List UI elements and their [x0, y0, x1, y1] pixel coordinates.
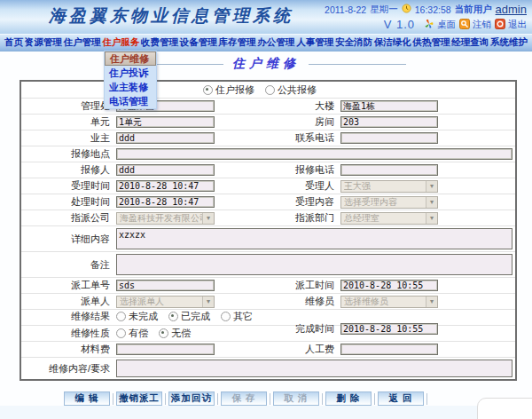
assigned-company-select[interactable]: 海盈科技开发有限公司 ▾ — [116, 212, 215, 225]
chevron-down-icon: ▾ — [426, 296, 437, 307]
button-divider — [165, 393, 166, 405]
submenu-item-resident-complaint[interactable]: 住户投诉 — [105, 66, 156, 80]
menu-item-office[interactable]: 办公管理 — [257, 36, 294, 49]
accept-content-label: 受理内容 — [216, 195, 340, 209]
assigned-department-select[interactable]: 总经理室 ▾ — [340, 212, 438, 225]
app-window: 海盈翼东物业信息管理系统 2011-8-22 星期一 16:32:58 当前用户… — [0, 0, 532, 419]
acceptor-select-value: 王大强 — [344, 180, 371, 193]
cancel-button[interactable]: 取 消 — [273, 391, 319, 406]
submenu-item-resident-repair[interactable]: 住户维修 — [105, 51, 156, 66]
remarks-label: 备注 — [21, 258, 116, 272]
acceptor-select[interactable]: 王大强 ▾ — [340, 180, 438, 193]
button-divider — [322, 393, 323, 405]
menu-item-resources[interactable]: 资源管理 — [25, 36, 62, 49]
process-time-input[interactable] — [116, 196, 215, 208]
dispatch-time-input[interactable] — [340, 280, 438, 291]
repairman-select[interactable]: 选择维修员 ▾ — [340, 296, 438, 308]
menu-item-safety[interactable]: 安全消防 — [335, 36, 372, 49]
menu-item-equipment[interactable]: 设备管理 — [180, 36, 217, 49]
radio-finished[interactable] — [168, 312, 178, 321]
menu-item-residents[interactable]: 住户管理 — [64, 36, 101, 49]
unit-input[interactable] — [116, 116, 215, 128]
header-status-line: 2011-8-22 星期一 16:32:58 当前用户 admin — [325, 2, 527, 17]
back-button[interactable]: 返 回 — [378, 391, 424, 406]
exit-icon — [495, 19, 505, 31]
save-button[interactable]: 保 存 — [221, 391, 267, 406]
radio-resident-repair[interactable] — [203, 85, 213, 95]
form-row: 详细内容 xzxzx — [21, 225, 515, 251]
form-row: 维修性质 有偿 无偿 — [21, 325, 515, 341]
content-area: 住户维修 住户报修 公共报修 管理处 大楼 单元 — [0, 51, 532, 406]
radio-not-finished[interactable] — [116, 312, 126, 321]
submenu-item-phone-management[interactable]: 电话管理 — [105, 94, 156, 108]
exit-label: 退出 — [508, 19, 527, 31]
app-title: 海盈翼东物业信息管理系统 — [49, 4, 293, 28]
exit-link[interactable]: 退出 — [495, 19, 527, 31]
radio-finished-label: 已完成 — [181, 310, 210, 323]
cancel-dispatch-button[interactable]: 撤销派工 — [116, 391, 162, 406]
menu-item-fees[interactable]: 收费管理 — [141, 36, 178, 49]
material-fee-input[interactable] — [116, 344, 215, 355]
desktop-link[interactable]: 桌面 — [424, 19, 456, 31]
radio-other[interactable] — [221, 312, 231, 321]
form-row: 受理时间 受理人 王大强 ▾ — [21, 178, 515, 194]
edit-button[interactable]: 编 辑 — [64, 391, 110, 406]
menu-item-manager-query[interactable]: 经理查询 — [451, 36, 489, 49]
radio-public-repair-label: 公共报修 — [278, 83, 317, 97]
work-order-no-input[interactable] — [116, 280, 215, 291]
radio-free-label: 无偿 — [171, 327, 191, 340]
menu-item-hr[interactable]: 人事管理 — [296, 36, 333, 49]
detail-content-textarea[interactable]: xzxzx — [116, 228, 512, 249]
header-toolbar-line: V 1.0 桌面 注销 退出 — [325, 17, 527, 32]
finish-time-input[interactable] — [340, 323, 438, 335]
repair-location-input[interactable] — [116, 148, 512, 160]
page-title-row: 住户维修 — [0, 51, 532, 75]
repair-request-textarea[interactable] — [116, 360, 512, 377]
menu-item-cleaning[interactable]: 保洁绿化 — [374, 36, 411, 49]
reporter-input[interactable] — [116, 164, 215, 176]
menu-item-home[interactable]: 首页 — [4, 36, 23, 49]
repair-result-options: 未完成 已完成 其它 — [116, 310, 340, 323]
username-link[interactable]: admin — [496, 3, 527, 16]
add-followup-button[interactable]: 添加回访 — [168, 391, 215, 406]
repairman-select-value: 选择维修员 — [344, 296, 388, 308]
dispatcher-label: 派单人 — [21, 295, 116, 308]
building-input[interactable] — [340, 100, 438, 112]
header-time: 16:32:58 — [415, 4, 451, 15]
logout-link[interactable]: 注销 — [459, 19, 491, 31]
accept-content-select[interactable]: 选择受理内容 ▾ — [340, 196, 438, 209]
labor-fee-label: 人工费 — [216, 343, 340, 356]
menu-item-system[interactable]: 系统维护 — [490, 36, 528, 49]
logout-key-icon — [459, 19, 470, 31]
repairman-label: 维修员 — [216, 295, 340, 308]
submenu-item-owner-decoration[interactable]: 业主装修 — [105, 80, 156, 94]
app-header: 海盈翼东物业信息管理系统 2011-8-22 星期一 16:32:58 当前用户… — [0, 0, 532, 35]
menu-item-inventory[interactable]: 库存管理 — [219, 36, 256, 49]
desktop-icon — [424, 19, 434, 31]
reporter-phone-input[interactable] — [340, 164, 438, 176]
reporter-label: 报修人 — [21, 163, 116, 177]
owner-input[interactable] — [116, 132, 215, 144]
menu-item-heating[interactable]: 供热管理 — [412, 36, 450, 49]
radio-resident-repair-label: 住户报修 — [215, 83, 254, 97]
radio-paid[interactable] — [116, 328, 126, 338]
form-row: 指派公司 海盈科技开发有限公司 ▾ 指派部门 总经理室 ▾ — [21, 210, 515, 225]
room-input[interactable] — [340, 116, 438, 128]
repair-nature-options: 有偿 无偿 — [116, 327, 340, 340]
menu-item-resident-service[interactable]: 住户服务 — [102, 36, 139, 49]
repair-result-label: 维修结果 — [21, 310, 116, 323]
form-row: 报修地点 — [21, 146, 515, 162]
contact-phone-input[interactable] — [340, 132, 438, 144]
assigned-company-label: 指派公司 — [21, 211, 116, 225]
remarks-textarea[interactable] — [116, 254, 512, 275]
unit-label: 单元 — [21, 115, 116, 129]
button-divider — [217, 393, 218, 405]
radio-free[interactable] — [159, 328, 168, 338]
dispatcher-select[interactable]: 选择派单人 ▾ — [116, 296, 215, 308]
labor-fee-input[interactable] — [340, 344, 438, 355]
resident-service-submenu: 住户维修 住户投诉 业主装修 电话管理 — [104, 51, 157, 109]
radio-public-repair[interactable] — [265, 85, 275, 95]
version-label: V 1.0 — [384, 18, 415, 31]
delete-button[interactable]: 删 除 — [325, 391, 372, 406]
accept-time-input[interactable] — [116, 180, 215, 192]
